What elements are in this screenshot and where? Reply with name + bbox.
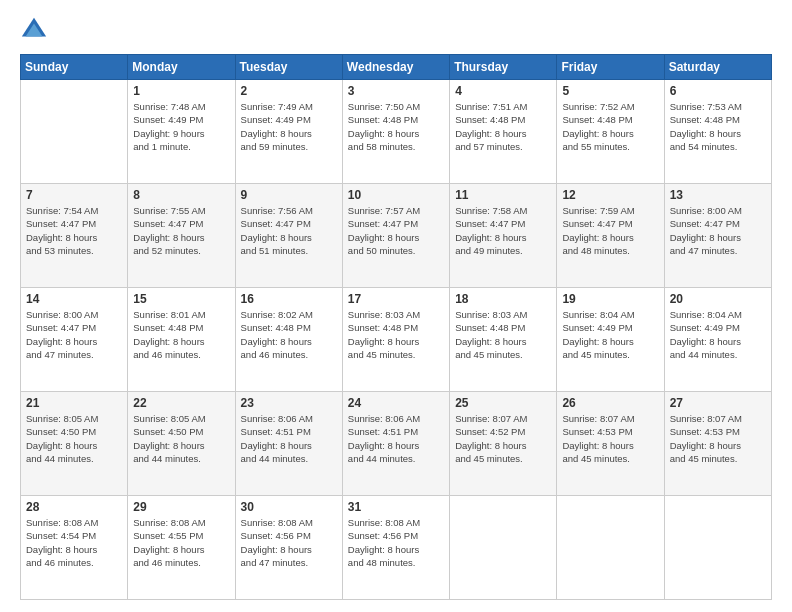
day-info: Sunrise: 7:48 AM Sunset: 4:49 PM Dayligh… <box>133 100 229 153</box>
calendar-day-header: Tuesday <box>235 55 342 80</box>
day-info: Sunrise: 7:52 AM Sunset: 4:48 PM Dayligh… <box>562 100 658 153</box>
calendar-cell: 3Sunrise: 7:50 AM Sunset: 4:48 PM Daylig… <box>342 80 449 184</box>
calendar-cell <box>664 496 771 600</box>
calendar-cell: 7Sunrise: 7:54 AM Sunset: 4:47 PM Daylig… <box>21 184 128 288</box>
day-info: Sunrise: 8:08 AM Sunset: 4:55 PM Dayligh… <box>133 516 229 569</box>
calendar-header-row: SundayMondayTuesdayWednesdayThursdayFrid… <box>21 55 772 80</box>
calendar-cell: 19Sunrise: 8:04 AM Sunset: 4:49 PM Dayli… <box>557 288 664 392</box>
calendar-day-header: Thursday <box>450 55 557 80</box>
calendar-cell: 29Sunrise: 8:08 AM Sunset: 4:55 PM Dayli… <box>128 496 235 600</box>
day-info: Sunrise: 8:00 AM Sunset: 4:47 PM Dayligh… <box>670 204 766 257</box>
calendar-cell: 22Sunrise: 8:05 AM Sunset: 4:50 PM Dayli… <box>128 392 235 496</box>
day-info: Sunrise: 8:02 AM Sunset: 4:48 PM Dayligh… <box>241 308 337 361</box>
logo <box>20 16 52 44</box>
calendar-cell: 25Sunrise: 8:07 AM Sunset: 4:52 PM Dayli… <box>450 392 557 496</box>
calendar-day-header: Sunday <box>21 55 128 80</box>
calendar-day-header: Saturday <box>664 55 771 80</box>
day-number: 6 <box>670 84 766 98</box>
calendar-cell: 8Sunrise: 7:55 AM Sunset: 4:47 PM Daylig… <box>128 184 235 288</box>
day-number: 22 <box>133 396 229 410</box>
day-number: 29 <box>133 500 229 514</box>
day-info: Sunrise: 7:56 AM Sunset: 4:47 PM Dayligh… <box>241 204 337 257</box>
calendar-cell: 28Sunrise: 8:08 AM Sunset: 4:54 PM Dayli… <box>21 496 128 600</box>
day-info: Sunrise: 8:03 AM Sunset: 4:48 PM Dayligh… <box>348 308 444 361</box>
day-number: 12 <box>562 188 658 202</box>
calendar-week-row: 1Sunrise: 7:48 AM Sunset: 4:49 PM Daylig… <box>21 80 772 184</box>
calendar-week-row: 14Sunrise: 8:00 AM Sunset: 4:47 PM Dayli… <box>21 288 772 392</box>
day-number: 23 <box>241 396 337 410</box>
day-number: 10 <box>348 188 444 202</box>
logo-icon <box>20 16 48 44</box>
day-number: 31 <box>348 500 444 514</box>
day-info: Sunrise: 8:04 AM Sunset: 4:49 PM Dayligh… <box>562 308 658 361</box>
calendar-cell: 10Sunrise: 7:57 AM Sunset: 4:47 PM Dayli… <box>342 184 449 288</box>
calendar-cell: 30Sunrise: 8:08 AM Sunset: 4:56 PM Dayli… <box>235 496 342 600</box>
calendar-cell <box>21 80 128 184</box>
day-number: 2 <box>241 84 337 98</box>
calendar-cell: 6Sunrise: 7:53 AM Sunset: 4:48 PM Daylig… <box>664 80 771 184</box>
calendar-cell: 27Sunrise: 8:07 AM Sunset: 4:53 PM Dayli… <box>664 392 771 496</box>
calendar-cell: 2Sunrise: 7:49 AM Sunset: 4:49 PM Daylig… <box>235 80 342 184</box>
calendar-day-header: Friday <box>557 55 664 80</box>
calendar-cell: 14Sunrise: 8:00 AM Sunset: 4:47 PM Dayli… <box>21 288 128 392</box>
calendar-cell: 4Sunrise: 7:51 AM Sunset: 4:48 PM Daylig… <box>450 80 557 184</box>
day-info: Sunrise: 8:08 AM Sunset: 4:56 PM Dayligh… <box>241 516 337 569</box>
calendar-cell: 12Sunrise: 7:59 AM Sunset: 4:47 PM Dayli… <box>557 184 664 288</box>
day-info: Sunrise: 8:08 AM Sunset: 4:56 PM Dayligh… <box>348 516 444 569</box>
calendar-cell: 15Sunrise: 8:01 AM Sunset: 4:48 PM Dayli… <box>128 288 235 392</box>
calendar-table: SundayMondayTuesdayWednesdayThursdayFrid… <box>20 54 772 600</box>
day-number: 7 <box>26 188 122 202</box>
day-number: 16 <box>241 292 337 306</box>
day-info: Sunrise: 7:59 AM Sunset: 4:47 PM Dayligh… <box>562 204 658 257</box>
calendar-cell: 23Sunrise: 8:06 AM Sunset: 4:51 PM Dayli… <box>235 392 342 496</box>
day-number: 19 <box>562 292 658 306</box>
page: SundayMondayTuesdayWednesdayThursdayFrid… <box>0 0 792 612</box>
calendar-week-row: 21Sunrise: 8:05 AM Sunset: 4:50 PM Dayli… <box>21 392 772 496</box>
calendar-cell: 18Sunrise: 8:03 AM Sunset: 4:48 PM Dayli… <box>450 288 557 392</box>
calendar-cell: 13Sunrise: 8:00 AM Sunset: 4:47 PM Dayli… <box>664 184 771 288</box>
day-info: Sunrise: 8:07 AM Sunset: 4:53 PM Dayligh… <box>562 412 658 465</box>
calendar-cell <box>450 496 557 600</box>
calendar-cell: 1Sunrise: 7:48 AM Sunset: 4:49 PM Daylig… <box>128 80 235 184</box>
day-number: 5 <box>562 84 658 98</box>
day-info: Sunrise: 8:00 AM Sunset: 4:47 PM Dayligh… <box>26 308 122 361</box>
day-info: Sunrise: 8:04 AM Sunset: 4:49 PM Dayligh… <box>670 308 766 361</box>
day-info: Sunrise: 7:55 AM Sunset: 4:47 PM Dayligh… <box>133 204 229 257</box>
day-info: Sunrise: 7:49 AM Sunset: 4:49 PM Dayligh… <box>241 100 337 153</box>
calendar-day-header: Wednesday <box>342 55 449 80</box>
day-info: Sunrise: 7:57 AM Sunset: 4:47 PM Dayligh… <box>348 204 444 257</box>
calendar-cell: 16Sunrise: 8:02 AM Sunset: 4:48 PM Dayli… <box>235 288 342 392</box>
day-number: 4 <box>455 84 551 98</box>
day-number: 24 <box>348 396 444 410</box>
day-info: Sunrise: 8:07 AM Sunset: 4:53 PM Dayligh… <box>670 412 766 465</box>
day-info: Sunrise: 8:08 AM Sunset: 4:54 PM Dayligh… <box>26 516 122 569</box>
day-number: 28 <box>26 500 122 514</box>
day-number: 11 <box>455 188 551 202</box>
day-number: 20 <box>670 292 766 306</box>
day-number: 13 <box>670 188 766 202</box>
calendar-week-row: 7Sunrise: 7:54 AM Sunset: 4:47 PM Daylig… <box>21 184 772 288</box>
day-info: Sunrise: 8:05 AM Sunset: 4:50 PM Dayligh… <box>133 412 229 465</box>
calendar-cell: 5Sunrise: 7:52 AM Sunset: 4:48 PM Daylig… <box>557 80 664 184</box>
day-info: Sunrise: 7:50 AM Sunset: 4:48 PM Dayligh… <box>348 100 444 153</box>
day-info: Sunrise: 7:54 AM Sunset: 4:47 PM Dayligh… <box>26 204 122 257</box>
calendar-cell: 11Sunrise: 7:58 AM Sunset: 4:47 PM Dayli… <box>450 184 557 288</box>
day-info: Sunrise: 8:07 AM Sunset: 4:52 PM Dayligh… <box>455 412 551 465</box>
day-number: 25 <box>455 396 551 410</box>
calendar-cell: 9Sunrise: 7:56 AM Sunset: 4:47 PM Daylig… <box>235 184 342 288</box>
day-number: 1 <box>133 84 229 98</box>
day-info: Sunrise: 8:05 AM Sunset: 4:50 PM Dayligh… <box>26 412 122 465</box>
calendar-cell: 24Sunrise: 8:06 AM Sunset: 4:51 PM Dayli… <box>342 392 449 496</box>
day-number: 30 <box>241 500 337 514</box>
day-info: Sunrise: 8:01 AM Sunset: 4:48 PM Dayligh… <box>133 308 229 361</box>
day-number: 8 <box>133 188 229 202</box>
day-number: 3 <box>348 84 444 98</box>
calendar-cell: 17Sunrise: 8:03 AM Sunset: 4:48 PM Dayli… <box>342 288 449 392</box>
day-info: Sunrise: 8:03 AM Sunset: 4:48 PM Dayligh… <box>455 308 551 361</box>
day-info: Sunrise: 7:51 AM Sunset: 4:48 PM Dayligh… <box>455 100 551 153</box>
day-number: 18 <box>455 292 551 306</box>
day-number: 14 <box>26 292 122 306</box>
calendar-cell: 20Sunrise: 8:04 AM Sunset: 4:49 PM Dayli… <box>664 288 771 392</box>
day-number: 17 <box>348 292 444 306</box>
day-info: Sunrise: 7:53 AM Sunset: 4:48 PM Dayligh… <box>670 100 766 153</box>
